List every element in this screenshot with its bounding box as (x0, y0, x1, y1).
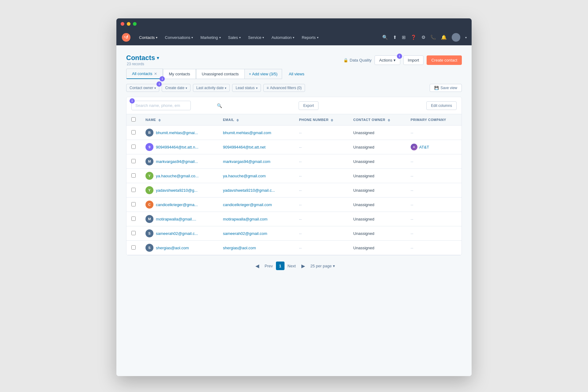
row-checkbox[interactable] (131, 202, 136, 206)
table-row: Sshergias@aol.comshergias@aol.com--Unass… (126, 241, 462, 255)
create-contact-button[interactable]: Create contact (427, 55, 462, 65)
hubspot-logo[interactable] (121, 32, 131, 42)
col-header-owner[interactable]: CONTACT OWNER (349, 114, 406, 126)
help-icon[interactable]: ❓ (411, 35, 417, 40)
row-checkbox[interactable] (131, 231, 136, 235)
col-header-name[interactable]: NAME (141, 114, 218, 126)
import-button[interactable]: Import (403, 55, 424, 65)
all-contacts-info-badge: i (160, 76, 165, 81)
contact-name[interactable]: markvargas94@gmail... (156, 159, 198, 164)
data-quality-button[interactable]: 🔒 Data Quality (343, 58, 372, 62)
nav-item-marketing[interactable]: Marketing ▾ (197, 33, 224, 42)
tab-my-contacts[interactable]: My contacts (163, 69, 196, 79)
maximize-window-btn[interactable] (133, 22, 137, 26)
contact-company: -- (406, 212, 462, 226)
lead-status-chevron-icon: ▾ (256, 86, 258, 90)
contact-email[interactable]: sameerah02@gmail.com (218, 226, 294, 241)
contact-email[interactable]: ya.haouche@gmail.com (218, 169, 294, 183)
all-views-button[interactable]: All views (285, 69, 309, 79)
contact-phone: -- (294, 198, 348, 212)
per-page-selector[interactable]: 25 per page ▾ (311, 264, 335, 268)
row-checkbox[interactable] (131, 245, 136, 250)
contact-company: -- (406, 183, 462, 198)
actions-button[interactable]: Actions ▾ (375, 55, 400, 65)
contact-avatar: C (145, 201, 153, 209)
add-view-button[interactable]: + Add view (3/5) (245, 69, 282, 79)
advanced-filters-button[interactable]: ≡ Advanced filters (0) (263, 84, 305, 92)
page-title-chevron-icon[interactable]: ▾ (157, 55, 159, 60)
contacts-table-body: Bbhumit.mehtas@gmai...bhumit.mehtas@gmai… (126, 126, 462, 255)
marketplace-icon[interactable]: ⊞ (402, 35, 406, 40)
nav-item-conversations[interactable]: Conversations ▾ (162, 33, 196, 42)
contact-email[interactable]: 9094994464@txt.att.net (218, 140, 294, 154)
col-header-email[interactable]: EMAIL (218, 114, 294, 126)
contact-phone: -- (294, 226, 348, 241)
contact-owner-chevron-icon: ▾ (154, 86, 156, 90)
contact-email[interactable]: yadavshweta9210@gmail.c... (218, 183, 294, 198)
contact-name[interactable]: motirapwalla@gmail.... (156, 217, 196, 221)
views-tabs: All contacts ✕ i My contacts Unassigned … (126, 69, 462, 79)
prev-page-button[interactable]: ◀ (253, 262, 262, 270)
create-date-filter[interactable]: Create date ▾ (162, 84, 190, 92)
company-name[interactable]: AT&T (419, 145, 429, 149)
company-icon: A (411, 144, 417, 150)
contact-name[interactable]: shergias@aol.com (156, 246, 189, 250)
conversations-chevron-icon: ▾ (191, 36, 193, 39)
search-button[interactable]: 🔍 (217, 103, 222, 108)
export-button[interactable]: Export (299, 101, 318, 110)
close-window-btn[interactable] (121, 22, 124, 26)
settings-icon[interactable]: ⚙ (421, 35, 425, 40)
contact-email[interactable]: markvargas94@gmail.com (218, 154, 294, 169)
phone-sort-icon (331, 119, 333, 122)
contact-name[interactable]: ya.haouche@gmail.co... (156, 174, 199, 178)
row-checkbox[interactable] (131, 130, 136, 134)
table-toolbar: i 🔍 Export Edit columns (126, 97, 462, 114)
user-avatar[interactable] (452, 33, 460, 42)
col-header-company[interactable]: PRIMARY COMPANY (406, 114, 462, 126)
row-checkbox[interactable] (131, 145, 136, 149)
contact-name[interactable]: bhumit.mehtas@gmai... (156, 130, 198, 135)
contact-owner: Unassigned (349, 154, 406, 169)
contact-name[interactable]: 9094994464@txt.att.n... (156, 145, 198, 149)
nav-item-reports[interactable]: Reports ▾ (299, 33, 322, 42)
contact-email[interactable]: shergias@aol.com (218, 241, 294, 255)
upgrade-icon[interactable]: ⬆ (393, 35, 397, 40)
nav-item-service[interactable]: Service ▾ (245, 33, 267, 42)
contact-owner-filter[interactable]: Contact owner ▾ (126, 84, 159, 92)
contact-email[interactable]: candicelkrieger@gmail.com (218, 198, 294, 212)
tab-all-contacts-close-icon[interactable]: ✕ (154, 72, 157, 76)
notifications-icon[interactable]: 🔔 (441, 35, 447, 40)
search-icon[interactable]: 🔍 (382, 35, 388, 40)
select-all-checkbox[interactable] (131, 117, 136, 122)
save-icon: 💾 (434, 86, 439, 90)
next-page-button[interactable]: ▶ (299, 262, 307, 270)
nav-item-automation[interactable]: Automation ▾ (268, 33, 297, 42)
contact-owner: Unassigned (349, 126, 406, 140)
tab-unassigned-contacts[interactable]: Unassigned contacts (196, 69, 245, 79)
lead-status-filter[interactable]: Lead status ▾ (232, 84, 261, 92)
user-dropdown-chevron-icon[interactable]: ▾ (465, 36, 467, 39)
save-view-button[interactable]: 💾 Save view (430, 84, 462, 92)
nav-item-contacts[interactable]: Contacts ▾ (136, 33, 160, 42)
contact-email[interactable]: motirapwalla@gmail.com (218, 212, 294, 226)
calling-icon[interactable]: 📞 (430, 35, 436, 40)
row-checkbox[interactable] (131, 217, 136, 221)
contact-name[interactable]: yadavshweta9210@g... (156, 188, 198, 193)
contact-company: -- (406, 198, 462, 212)
search-input[interactable] (131, 101, 191, 110)
contact-email[interactable]: bhumit.mehtas@gmail.com (218, 126, 294, 140)
tab-all-contacts[interactable]: All contacts ✕ (126, 69, 163, 79)
contact-company: -- (406, 126, 462, 140)
actions-chevron-icon: ▾ (394, 58, 396, 62)
contact-name[interactable]: candicelkrieger@gma... (156, 202, 198, 207)
row-checkbox[interactable] (131, 173, 136, 178)
edit-columns-button[interactable]: Edit columns (426, 101, 457, 110)
last-activity-date-filter[interactable]: Last activity date ▾ (193, 84, 230, 92)
nav-item-sales[interactable]: Sales ▾ (225, 33, 244, 42)
contact-name[interactable]: sameerah02@gmail.c... (156, 231, 198, 236)
minimize-window-btn[interactable] (127, 22, 130, 26)
row-checkbox[interactable] (131, 159, 136, 163)
row-checkbox[interactable] (131, 188, 136, 192)
col-header-phone[interactable]: PHONE NUMBER (294, 114, 348, 126)
filter-info-badge: i (156, 81, 162, 87)
